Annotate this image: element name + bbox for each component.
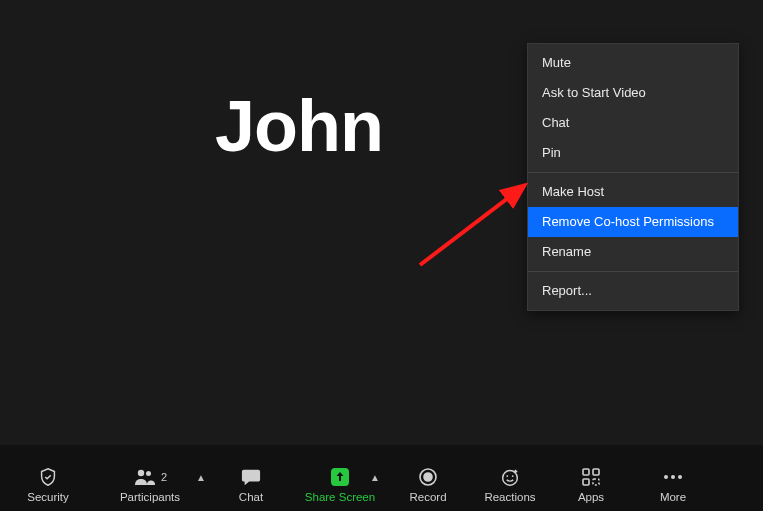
apps-icon bbox=[581, 466, 601, 488]
reactions-icon bbox=[499, 466, 521, 488]
chat-icon bbox=[240, 466, 262, 488]
menu-item-remove-cohost[interactable]: Remove Co-host Permissions bbox=[528, 207, 738, 237]
chat-button[interactable]: Chat bbox=[226, 466, 276, 503]
shield-icon bbox=[37, 466, 59, 488]
more-label: More bbox=[660, 491, 686, 503]
share-screen-button[interactable]: Share Screen ▲ bbox=[300, 466, 380, 503]
apps-button[interactable]: Apps bbox=[566, 466, 616, 503]
menu-item-chat[interactable]: Chat bbox=[528, 108, 738, 138]
svg-point-13 bbox=[664, 475, 668, 479]
svg-point-15 bbox=[678, 475, 682, 479]
share-screen-icon bbox=[328, 466, 352, 488]
svg-point-7 bbox=[506, 475, 508, 477]
participant-display-name: John bbox=[215, 85, 383, 167]
more-button[interactable]: More bbox=[648, 466, 698, 503]
record-label: Record bbox=[409, 491, 446, 503]
participant-context-menu: Mute Ask to Start Video Chat Pin Make Ho… bbox=[527, 43, 739, 311]
share-screen-label: Share Screen bbox=[305, 491, 375, 503]
menu-item-pin[interactable]: Pin bbox=[528, 138, 738, 168]
svg-point-8 bbox=[512, 475, 514, 477]
svg-rect-11 bbox=[583, 479, 589, 485]
svg-point-1 bbox=[138, 470, 144, 476]
chat-label: Chat bbox=[239, 491, 263, 503]
reactions-button[interactable]: Reactions bbox=[480, 466, 540, 503]
participants-icon: 2 bbox=[133, 466, 167, 488]
security-button[interactable]: Security bbox=[18, 466, 78, 503]
svg-rect-12 bbox=[593, 479, 599, 485]
menu-item-report[interactable]: Report... bbox=[528, 276, 738, 306]
reactions-label: Reactions bbox=[484, 491, 535, 503]
menu-item-rename[interactable]: Rename bbox=[528, 237, 738, 267]
svg-point-14 bbox=[671, 475, 675, 479]
participants-button[interactable]: 2 Participants ▲ bbox=[110, 466, 190, 503]
apps-label: Apps bbox=[578, 491, 604, 503]
record-icon bbox=[418, 466, 438, 488]
menu-item-ask-start-video[interactable]: Ask to Start Video bbox=[528, 78, 738, 108]
svg-point-2 bbox=[146, 471, 151, 476]
menu-separator bbox=[528, 172, 738, 173]
participants-label: Participants bbox=[120, 491, 180, 503]
security-label: Security bbox=[27, 491, 69, 503]
chevron-up-icon[interactable]: ▲ bbox=[370, 472, 380, 483]
participants-count: 2 bbox=[161, 471, 167, 483]
menu-separator bbox=[528, 271, 738, 272]
record-button[interactable]: Record bbox=[403, 466, 453, 503]
chevron-up-icon[interactable]: ▲ bbox=[196, 472, 206, 483]
svg-rect-9 bbox=[583, 469, 589, 475]
svg-rect-10 bbox=[593, 469, 599, 475]
menu-item-mute[interactable]: Mute bbox=[528, 48, 738, 78]
more-icon bbox=[662, 466, 684, 488]
meeting-toolbar: Security 2 Participants ▲ Chat bbox=[0, 445, 763, 511]
svg-point-5 bbox=[424, 473, 432, 481]
menu-item-make-host[interactable]: Make Host bbox=[528, 177, 738, 207]
